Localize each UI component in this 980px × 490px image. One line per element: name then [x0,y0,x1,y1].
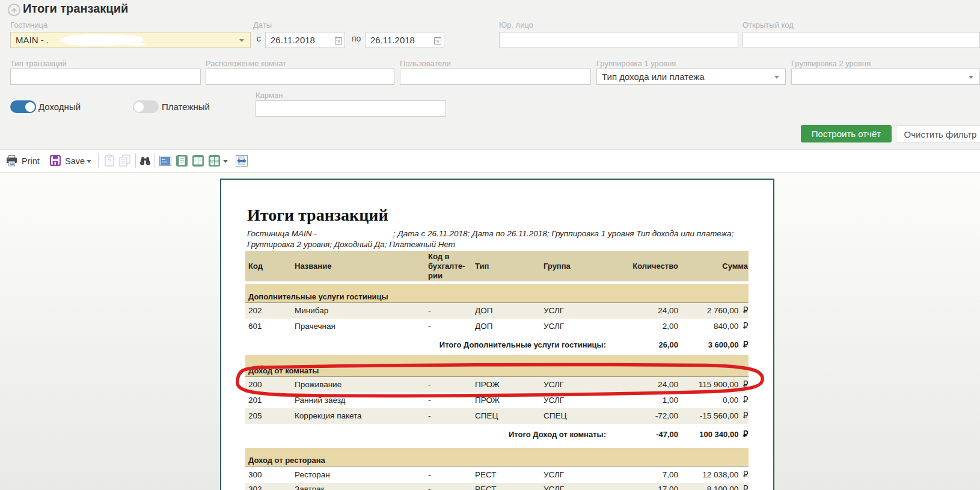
svg-text:?: ? [108,158,111,165]
